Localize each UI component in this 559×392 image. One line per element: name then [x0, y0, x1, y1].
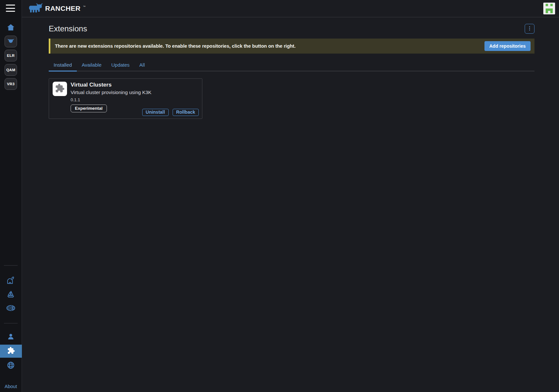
main-content: Extensions There are new extensions repo…	[22, 18, 559, 392]
sidebar-item-cluster-management[interactable]	[0, 305, 22, 313]
extension-card-virtual-clusters: Virtual Clusters Virtual cluster provisi…	[49, 78, 202, 119]
rancher-bull-icon	[28, 3, 43, 14]
cluster-abbrev-badge: QAM	[5, 64, 17, 76]
tab-installed[interactable]: Installed	[49, 59, 77, 72]
sidebar-item-continuous-delivery[interactable]	[0, 289, 22, 300]
sidebar-item-cluster-elr[interactable]: ELR	[0, 50, 22, 61]
sidebar-item-virtualization-management[interactable]	[0, 276, 22, 286]
sidebar-item-home[interactable]	[0, 23, 22, 33]
extension-name: Virtual Clusters	[71, 82, 111, 88]
yarn-ball-icon	[6, 305, 16, 313]
uninstall-button[interactable]: Uninstall	[142, 109, 169, 116]
puzzle-icon	[7, 347, 15, 356]
person-icon	[7, 333, 15, 342]
bull-icon	[7, 38, 14, 45]
tab-available[interactable]: Available	[77, 59, 107, 72]
extensions-tabs: Installed Available Updates All	[49, 59, 534, 71]
rollback-button[interactable]: Rollback	[173, 109, 199, 116]
sidebar-item-cluster-vr3[interactable]: VR3	[0, 78, 22, 90]
local-cluster-button	[5, 36, 17, 47]
puzzle-icon	[55, 83, 65, 94]
sidebar-item-extensions-active[interactable]	[0, 345, 22, 358]
extension-logo	[53, 82, 67, 96]
sidebar-divider	[4, 265, 18, 266]
brand-trademark: ™	[83, 5, 86, 8]
page-title: Extensions	[49, 24, 87, 33]
banner-message: There are new extensions repositories av…	[55, 43, 296, 49]
globe-icon	[7, 361, 15, 371]
extension-description: Virtual cluster provisioning using K3K	[71, 90, 151, 95]
experimental-badge: Experimental	[71, 105, 107, 112]
page-actions-button[interactable]	[525, 24, 534, 34]
add-repositories-button[interactable]: Add repositories	[484, 41, 531, 51]
sidebar-item-cluster-qam[interactable]: QAM	[0, 64, 22, 76]
tab-updates[interactable]: Updates	[106, 59, 134, 72]
tab-all[interactable]: All	[134, 59, 150, 72]
cluster-abbrev-badge: ELR	[5, 50, 17, 61]
top-header: RANCHER ™	[22, 0, 559, 17]
sidebar-item-global-settings[interactable]	[0, 361, 22, 371]
rancher-logo[interactable]: RANCHER ™	[28, 3, 86, 14]
kebab-menu-icon	[527, 25, 533, 32]
extension-version: 0.1.1	[71, 97, 80, 102]
sidebar-item-local-cluster[interactable]	[0, 36, 22, 47]
home-icon	[7, 23, 15, 33]
cluster-abbrev-badge: VR3	[5, 78, 17, 90]
sidebar: ELR QAM VR3	[0, 0, 22, 392]
brand-name: RANCHER	[45, 5, 81, 12]
hamburger-menu-icon[interactable]	[6, 5, 15, 12]
about-link[interactable]: About	[0, 384, 22, 389]
sidebar-item-users-auth[interactable]	[0, 333, 22, 342]
sailboat-icon	[6, 289, 15, 300]
barn-icon	[6, 276, 15, 286]
repositories-banner: There are new extensions repositories av…	[49, 39, 534, 54]
user-avatar[interactable]	[543, 3, 555, 14]
sidebar-divider	[4, 323, 18, 323]
